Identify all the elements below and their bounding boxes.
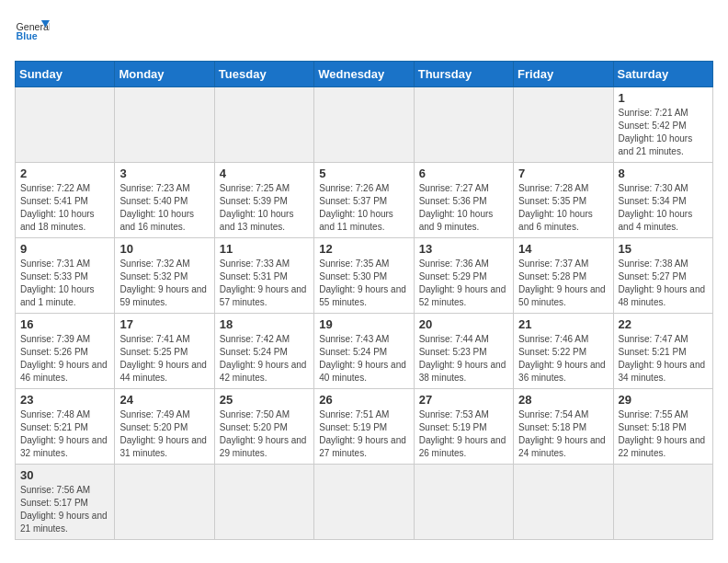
day-info: Sunrise: 7:54 AM Sunset: 5:18 PM Dayligh… <box>518 408 608 460</box>
day-number: 21 <box>518 317 608 331</box>
day-info: Sunrise: 7:23 AM Sunset: 5:40 PM Dayligh… <box>119 182 209 234</box>
calendar: SundayMondayTuesdayWednesdayThursdayFrid… <box>15 61 713 540</box>
calendar-cell: 24Sunrise: 7:49 AM Sunset: 5:20 PM Dayli… <box>115 389 214 465</box>
calendar-cell <box>214 87 313 163</box>
day-number: 14 <box>518 242 608 256</box>
calendar-cell: 14Sunrise: 7:37 AM Sunset: 5:28 PM Dayli… <box>514 238 613 314</box>
calendar-cell: 7Sunrise: 7:28 AM Sunset: 5:35 PM Daylig… <box>514 163 613 238</box>
calendar-cell: 21Sunrise: 7:46 AM Sunset: 5:22 PM Dayli… <box>514 314 613 389</box>
day-number: 23 <box>20 393 109 407</box>
day-info: Sunrise: 7:50 AM Sunset: 5:20 PM Dayligh… <box>220 408 309 460</box>
day-info: Sunrise: 7:38 AM Sunset: 5:27 PM Dayligh… <box>619 258 708 309</box>
day-info: Sunrise: 7:39 AM Sunset: 5:26 PM Dayligh… <box>20 333 109 385</box>
day-number: 1 <box>619 91 708 105</box>
week-row-3: 9Sunrise: 7:31 AM Sunset: 5:33 PM Daylig… <box>16 238 713 314</box>
day-info: Sunrise: 7:46 AM Sunset: 5:22 PM Dayligh… <box>518 333 608 385</box>
week-row-5: 23Sunrise: 7:48 AM Sunset: 5:21 PM Dayli… <box>16 389 713 465</box>
day-number: 4 <box>220 167 309 180</box>
calendar-cell: 27Sunrise: 7:53 AM Sunset: 5:19 PM Dayli… <box>414 389 513 465</box>
day-number: 11 <box>220 242 309 256</box>
calendar-cell <box>514 87 613 163</box>
day-info: Sunrise: 7:32 AM Sunset: 5:32 PM Dayligh… <box>119 258 209 309</box>
weekday-header-friday: Friday <box>514 62 613 87</box>
calendar-cell: 9Sunrise: 7:31 AM Sunset: 5:33 PM Daylig… <box>16 238 115 314</box>
calendar-cell: 16Sunrise: 7:39 AM Sunset: 5:26 PM Dayli… <box>16 314 115 389</box>
day-number: 12 <box>319 242 408 256</box>
day-info: Sunrise: 7:26 AM Sunset: 5:37 PM Dayligh… <box>319 182 408 234</box>
day-info: Sunrise: 7:31 AM Sunset: 5:33 PM Dayligh… <box>20 258 109 309</box>
calendar-cell <box>414 87 513 163</box>
weekday-header-monday: Monday <box>115 62 214 87</box>
day-info: Sunrise: 7:41 AM Sunset: 5:25 PM Dayligh… <box>119 333 209 385</box>
calendar-cell <box>214 465 313 540</box>
day-number: 2 <box>20 167 109 180</box>
day-info: Sunrise: 7:25 AM Sunset: 5:39 PM Dayligh… <box>220 182 309 234</box>
day-number: 3 <box>119 167 209 180</box>
logo: General Blue <box>15 15 50 50</box>
day-number: 5 <box>319 167 408 180</box>
day-number: 29 <box>619 393 708 407</box>
week-row-1: 1Sunrise: 7:21 AM Sunset: 5:42 PM Daylig… <box>16 87 713 163</box>
calendar-cell <box>115 87 214 163</box>
calendar-cell: 18Sunrise: 7:42 AM Sunset: 5:24 PM Dayli… <box>214 314 313 389</box>
day-info: Sunrise: 7:53 AM Sunset: 5:19 PM Dayligh… <box>419 408 508 460</box>
day-info: Sunrise: 7:56 AM Sunset: 5:17 PM Dayligh… <box>20 484 109 535</box>
calendar-cell <box>514 465 613 540</box>
day-number: 16 <box>20 317 109 331</box>
day-number: 13 <box>419 242 508 256</box>
day-number: 22 <box>619 317 708 331</box>
calendar-cell: 11Sunrise: 7:33 AM Sunset: 5:31 PM Dayli… <box>214 238 313 314</box>
day-info: Sunrise: 7:51 AM Sunset: 5:19 PM Dayligh… <box>319 408 408 460</box>
calendar-cell: 20Sunrise: 7:44 AM Sunset: 5:23 PM Dayli… <box>414 314 513 389</box>
day-number: 19 <box>319 317 408 331</box>
day-info: Sunrise: 7:48 AM Sunset: 5:21 PM Dayligh… <box>20 408 109 460</box>
calendar-cell <box>115 465 214 540</box>
calendar-cell <box>16 87 115 163</box>
calendar-cell: 8Sunrise: 7:30 AM Sunset: 5:34 PM Daylig… <box>613 163 712 238</box>
calendar-cell: 30Sunrise: 7:56 AM Sunset: 5:17 PM Dayli… <box>16 465 115 540</box>
day-info: Sunrise: 7:27 AM Sunset: 5:36 PM Dayligh… <box>419 182 508 234</box>
day-info: Sunrise: 7:35 AM Sunset: 5:30 PM Dayligh… <box>319 258 408 309</box>
calendar-cell: 13Sunrise: 7:36 AM Sunset: 5:29 PM Dayli… <box>414 238 513 314</box>
calendar-cell <box>414 465 513 540</box>
day-number: 8 <box>619 167 708 180</box>
week-row-2: 2Sunrise: 7:22 AM Sunset: 5:41 PM Daylig… <box>16 163 713 238</box>
day-info: Sunrise: 7:33 AM Sunset: 5:31 PM Dayligh… <box>220 258 309 309</box>
day-number: 18 <box>220 317 309 331</box>
calendar-cell <box>613 465 712 540</box>
calendar-cell <box>314 87 414 163</box>
calendar-cell: 25Sunrise: 7:50 AM Sunset: 5:20 PM Dayli… <box>214 389 313 465</box>
day-info: Sunrise: 7:30 AM Sunset: 5:34 PM Dayligh… <box>619 182 708 234</box>
day-number: 27 <box>419 393 508 407</box>
weekday-header-row: SundayMondayTuesdayWednesdayThursdayFrid… <box>16 62 713 87</box>
calendar-cell: 1Sunrise: 7:21 AM Sunset: 5:42 PM Daylig… <box>613 87 712 163</box>
day-info: Sunrise: 7:28 AM Sunset: 5:35 PM Dayligh… <box>518 182 608 234</box>
day-info: Sunrise: 7:47 AM Sunset: 5:21 PM Dayligh… <box>619 333 708 385</box>
calendar-cell: 23Sunrise: 7:48 AM Sunset: 5:21 PM Dayli… <box>16 389 115 465</box>
calendar-cell: 15Sunrise: 7:38 AM Sunset: 5:27 PM Dayli… <box>613 238 712 314</box>
day-info: Sunrise: 7:55 AM Sunset: 5:18 PM Dayligh… <box>619 408 708 460</box>
weekday-header-tuesday: Tuesday <box>214 62 313 87</box>
day-info: Sunrise: 7:36 AM Sunset: 5:29 PM Dayligh… <box>419 258 508 309</box>
day-number: 30 <box>20 468 109 482</box>
day-number: 10 <box>119 242 209 256</box>
logo-icon: General Blue <box>15 15 50 50</box>
calendar-cell: 19Sunrise: 7:43 AM Sunset: 5:24 PM Dayli… <box>314 314 414 389</box>
page-header: General Blue <box>15 15 713 50</box>
day-number: 6 <box>419 167 508 180</box>
day-number: 25 <box>220 393 309 407</box>
svg-text:Blue: Blue <box>17 30 38 41</box>
calendar-cell: 5Sunrise: 7:26 AM Sunset: 5:37 PM Daylig… <box>314 163 414 238</box>
day-number: 26 <box>319 393 408 407</box>
calendar-cell: 3Sunrise: 7:23 AM Sunset: 5:40 PM Daylig… <box>115 163 214 238</box>
calendar-cell: 12Sunrise: 7:35 AM Sunset: 5:30 PM Dayli… <box>314 238 414 314</box>
calendar-cell: 28Sunrise: 7:54 AM Sunset: 5:18 PM Dayli… <box>514 389 613 465</box>
calendar-cell: 26Sunrise: 7:51 AM Sunset: 5:19 PM Dayli… <box>314 389 414 465</box>
day-info: Sunrise: 7:22 AM Sunset: 5:41 PM Dayligh… <box>20 182 109 234</box>
calendar-cell: 17Sunrise: 7:41 AM Sunset: 5:25 PM Dayli… <box>115 314 214 389</box>
weekday-header-saturday: Saturday <box>613 62 712 87</box>
day-number: 20 <box>419 317 508 331</box>
calendar-cell <box>314 465 414 540</box>
day-info: Sunrise: 7:44 AM Sunset: 5:23 PM Dayligh… <box>419 333 508 385</box>
week-row-6: 30Sunrise: 7:56 AM Sunset: 5:17 PM Dayli… <box>16 465 713 540</box>
